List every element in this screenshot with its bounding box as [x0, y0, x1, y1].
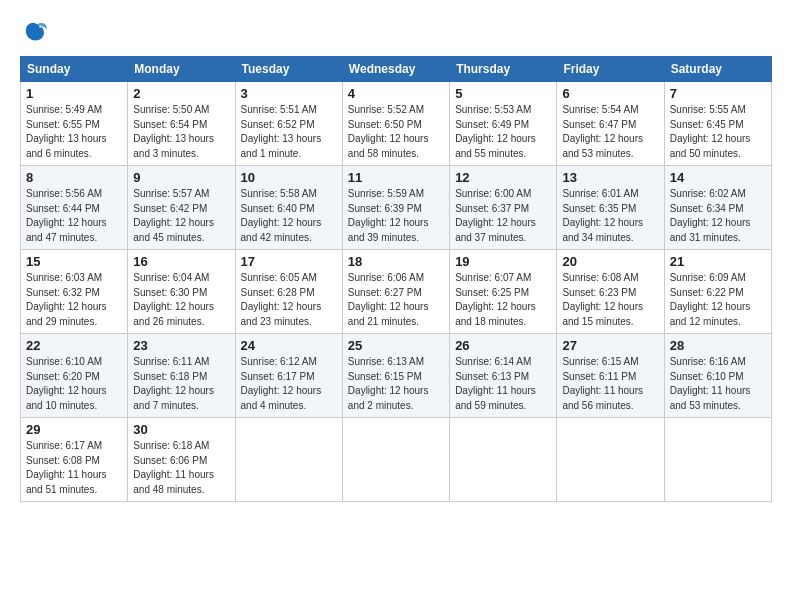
day-number: 5 — [455, 86, 551, 101]
weekday-header-tuesday: Tuesday — [235, 57, 342, 82]
day-info: Sunrise: 5:54 AMSunset: 6:47 PMDaylight:… — [562, 103, 658, 161]
day-info: Sunrise: 6:17 AMSunset: 6:08 PMDaylight:… — [26, 439, 122, 497]
sunrise-text: Sunrise: 6:09 AM — [670, 272, 746, 283]
day-info: Sunrise: 6:14 AMSunset: 6:13 PMDaylight:… — [455, 355, 551, 413]
calendar-cell: 22Sunrise: 6:10 AMSunset: 6:20 PMDayligh… — [21, 334, 128, 418]
sunrise-text: Sunrise: 6:06 AM — [348, 272, 424, 283]
daylight-text: Daylight: 12 hours and 50 minutes. — [670, 133, 751, 159]
calendar-cell: 15Sunrise: 6:03 AMSunset: 6:32 PMDayligh… — [21, 250, 128, 334]
sunset-text: Sunset: 6:50 PM — [348, 119, 422, 130]
day-number: 30 — [133, 422, 229, 437]
calendar-cell: 25Sunrise: 6:13 AMSunset: 6:15 PMDayligh… — [342, 334, 449, 418]
calendar-cell — [450, 418, 557, 502]
sunset-text: Sunset: 6:34 PM — [670, 203, 744, 214]
day-info: Sunrise: 6:08 AMSunset: 6:23 PMDaylight:… — [562, 271, 658, 329]
daylight-text: Daylight: 12 hours and 55 minutes. — [455, 133, 536, 159]
daylight-text: Daylight: 13 hours and 1 minute. — [241, 133, 322, 159]
calendar-cell: 3Sunrise: 5:51 AMSunset: 6:52 PMDaylight… — [235, 82, 342, 166]
calendar-cell: 6Sunrise: 5:54 AMSunset: 6:47 PMDaylight… — [557, 82, 664, 166]
daylight-text: Daylight: 12 hours and 10 minutes. — [26, 385, 107, 411]
calendar-cell: 27Sunrise: 6:15 AMSunset: 6:11 PMDayligh… — [557, 334, 664, 418]
sunrise-text: Sunrise: 6:18 AM — [133, 440, 209, 451]
day-info: Sunrise: 5:52 AMSunset: 6:50 PMDaylight:… — [348, 103, 444, 161]
header — [20, 18, 772, 46]
day-number: 27 — [562, 338, 658, 353]
day-number: 10 — [241, 170, 337, 185]
day-info: Sunrise: 6:12 AMSunset: 6:17 PMDaylight:… — [241, 355, 337, 413]
calendar-cell: 24Sunrise: 6:12 AMSunset: 6:17 PMDayligh… — [235, 334, 342, 418]
day-info: Sunrise: 6:04 AMSunset: 6:30 PMDaylight:… — [133, 271, 229, 329]
sunset-text: Sunset: 6:44 PM — [26, 203, 100, 214]
sunrise-text: Sunrise: 6:07 AM — [455, 272, 531, 283]
daylight-text: Daylight: 12 hours and 29 minutes. — [26, 301, 107, 327]
daylight-text: Daylight: 12 hours and 45 minutes. — [133, 217, 214, 243]
daylight-text: Daylight: 12 hours and 23 minutes. — [241, 301, 322, 327]
sunrise-text: Sunrise: 5:55 AM — [670, 104, 746, 115]
day-number: 22 — [26, 338, 122, 353]
sunrise-text: Sunrise: 6:04 AM — [133, 272, 209, 283]
calendar-cell: 4Sunrise: 5:52 AMSunset: 6:50 PMDaylight… — [342, 82, 449, 166]
day-number: 9 — [133, 170, 229, 185]
weekday-header-saturday: Saturday — [664, 57, 771, 82]
daylight-text: Daylight: 11 hours and 53 minutes. — [670, 385, 751, 411]
day-info: Sunrise: 6:05 AMSunset: 6:28 PMDaylight:… — [241, 271, 337, 329]
calendar-cell: 14Sunrise: 6:02 AMSunset: 6:34 PMDayligh… — [664, 166, 771, 250]
daylight-text: Daylight: 12 hours and 21 minutes. — [348, 301, 429, 327]
calendar-table: SundayMondayTuesdayWednesdayThursdayFrid… — [20, 56, 772, 502]
calendar-cell: 11Sunrise: 5:59 AMSunset: 6:39 PMDayligh… — [342, 166, 449, 250]
calendar-cell: 19Sunrise: 6:07 AMSunset: 6:25 PMDayligh… — [450, 250, 557, 334]
sunrise-text: Sunrise: 6:02 AM — [670, 188, 746, 199]
sunset-text: Sunset: 6:49 PM — [455, 119, 529, 130]
sunset-text: Sunset: 6:35 PM — [562, 203, 636, 214]
weekday-header-row: SundayMondayTuesdayWednesdayThursdayFrid… — [21, 57, 772, 82]
day-number: 18 — [348, 254, 444, 269]
sunrise-text: Sunrise: 5:57 AM — [133, 188, 209, 199]
calendar-cell — [664, 418, 771, 502]
daylight-text: Daylight: 12 hours and 53 minutes. — [562, 133, 643, 159]
day-number: 6 — [562, 86, 658, 101]
sunrise-text: Sunrise: 6:00 AM — [455, 188, 531, 199]
day-number: 25 — [348, 338, 444, 353]
weekday-header-monday: Monday — [128, 57, 235, 82]
sunrise-text: Sunrise: 5:51 AM — [241, 104, 317, 115]
daylight-text: Daylight: 12 hours and 42 minutes. — [241, 217, 322, 243]
calendar-cell: 16Sunrise: 6:04 AMSunset: 6:30 PMDayligh… — [128, 250, 235, 334]
calendar-cell: 20Sunrise: 6:08 AMSunset: 6:23 PMDayligh… — [557, 250, 664, 334]
daylight-text: Daylight: 12 hours and 37 minutes. — [455, 217, 536, 243]
day-number: 4 — [348, 86, 444, 101]
day-number: 20 — [562, 254, 658, 269]
day-info: Sunrise: 5:50 AMSunset: 6:54 PMDaylight:… — [133, 103, 229, 161]
day-number: 2 — [133, 86, 229, 101]
day-info: Sunrise: 6:11 AMSunset: 6:18 PMDaylight:… — [133, 355, 229, 413]
calendar-cell: 5Sunrise: 5:53 AMSunset: 6:49 PMDaylight… — [450, 82, 557, 166]
sunrise-text: Sunrise: 6:15 AM — [562, 356, 638, 367]
logo-bird-icon — [20, 18, 48, 46]
calendar-cell — [557, 418, 664, 502]
day-number: 7 — [670, 86, 766, 101]
sunset-text: Sunset: 6:55 PM — [26, 119, 100, 130]
calendar-week-row: 8Sunrise: 5:56 AMSunset: 6:44 PMDaylight… — [21, 166, 772, 250]
sunrise-text: Sunrise: 6:03 AM — [26, 272, 102, 283]
sunrise-text: Sunrise: 6:14 AM — [455, 356, 531, 367]
day-info: Sunrise: 6:10 AMSunset: 6:20 PMDaylight:… — [26, 355, 122, 413]
calendar-cell — [342, 418, 449, 502]
day-info: Sunrise: 5:59 AMSunset: 6:39 PMDaylight:… — [348, 187, 444, 245]
daylight-text: Daylight: 11 hours and 48 minutes. — [133, 469, 214, 495]
sunrise-text: Sunrise: 6:16 AM — [670, 356, 746, 367]
day-info: Sunrise: 6:09 AMSunset: 6:22 PMDaylight:… — [670, 271, 766, 329]
weekday-header-thursday: Thursday — [450, 57, 557, 82]
page: SundayMondayTuesdayWednesdayThursdayFrid… — [0, 0, 792, 512]
sunset-text: Sunset: 6:20 PM — [26, 371, 100, 382]
sunset-text: Sunset: 6:15 PM — [348, 371, 422, 382]
sunrise-text: Sunrise: 5:59 AM — [348, 188, 424, 199]
calendar-cell: 1Sunrise: 5:49 AMSunset: 6:55 PMDaylight… — [21, 82, 128, 166]
sunrise-text: Sunrise: 5:54 AM — [562, 104, 638, 115]
sunrise-text: Sunrise: 6:05 AM — [241, 272, 317, 283]
sunset-text: Sunset: 6:30 PM — [133, 287, 207, 298]
daylight-text: Daylight: 12 hours and 31 minutes. — [670, 217, 751, 243]
sunset-text: Sunset: 6:23 PM — [562, 287, 636, 298]
sunset-text: Sunset: 6:52 PM — [241, 119, 315, 130]
calendar-cell — [235, 418, 342, 502]
day-info: Sunrise: 6:02 AMSunset: 6:34 PMDaylight:… — [670, 187, 766, 245]
calendar-week-row: 29Sunrise: 6:17 AMSunset: 6:08 PMDayligh… — [21, 418, 772, 502]
